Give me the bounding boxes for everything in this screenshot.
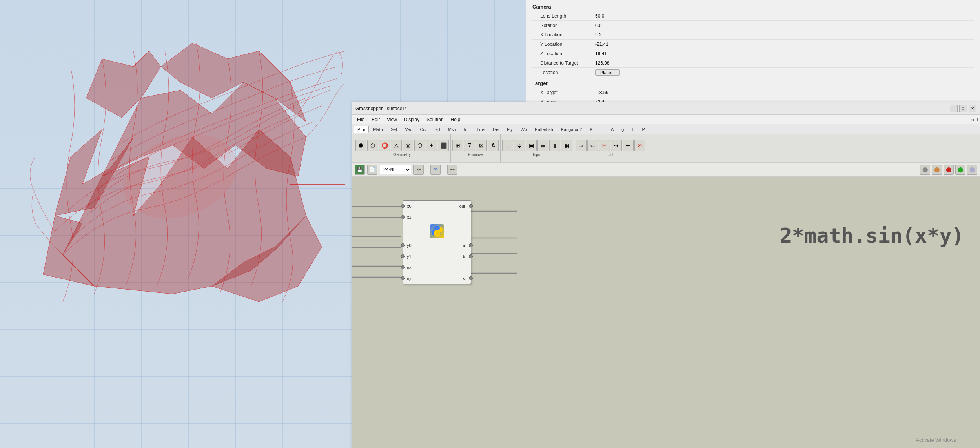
menu-view[interactable]: View <box>384 116 400 123</box>
canvas-save-icon[interactable]: 💾 <box>355 165 365 175</box>
gh-toolbar: ⬟ ⬠ ⭕ △ ◎ ⬡ ✦ ⬛ Geometry ⊞ 7 ⊠ A Primiti… <box>352 134 980 163</box>
tab-set[interactable]: Set <box>387 126 401 133</box>
tab-fly[interactable]: Fly <box>503 126 516 133</box>
port-dot-a[interactable] <box>469 243 473 247</box>
toolbar-primitive-icons-row: ⊞ 7 ⊠ A <box>452 140 499 151</box>
canvas-pencil-icon[interactable]: ✏ <box>447 165 457 175</box>
toolbar-icon-p4[interactable]: A <box>488 140 499 151</box>
toolbar-icon-7[interactable]: ✦ <box>426 140 437 151</box>
python-icon <box>430 224 444 238</box>
menu-file[interactable]: File <box>354 116 368 123</box>
menu-edit[interactable]: Edit <box>368 116 383 123</box>
toolbar-icon-i2[interactable]: ⬙ <box>514 140 525 151</box>
rotation-value: 0.0 <box>595 23 974 28</box>
toolbar-icon-u4[interactable]: ⇢ <box>611 140 622 151</box>
tab-pufferfish[interactable]: Pufferfish <box>531 126 556 133</box>
toolbar-icon-i3[interactable]: ▣ <box>526 140 537 151</box>
canvas-doc-icon[interactable]: 📄 <box>367 165 377 175</box>
toolbar-icon-p2[interactable]: 7 <box>464 140 475 151</box>
xtarget-label: X Target <box>532 90 595 95</box>
toolbar-section-util: ⇒ ⇐ ✂ ⇢ ⇠ ⊙ Util <box>574 134 647 162</box>
python-node[interactable]: x0 out x1 y0 a <box>403 200 471 284</box>
port-label-a: a <box>463 243 465 248</box>
toolbar-icon-u6[interactable]: ⊙ <box>634 140 645 151</box>
toolbar-icon-6[interactable]: ⬡ <box>414 140 425 151</box>
tab-crv[interactable]: Crv <box>417 126 430 133</box>
toolbar-icon-8[interactable]: ⬛ <box>438 140 449 151</box>
canvas-cursor-icon[interactable]: ⊹ <box>413 165 424 175</box>
tab-srf[interactable]: Srf <box>431 126 444 133</box>
toolbar-icon-u1[interactable]: ⇒ <box>576 140 587 151</box>
toolbar-icon-u2[interactable]: ⇐ <box>587 140 598 151</box>
tab-math[interactable]: Math <box>370 126 386 133</box>
menu-solution[interactable]: Solution <box>423 116 446 123</box>
xlocation-value: 9.2 <box>595 32 974 38</box>
canvas-color-icon[interactable]: ⬤ <box>932 165 942 175</box>
tab-msh[interactable]: Msh <box>444 126 460 133</box>
tab-wb[interactable]: Wb <box>517 126 531 133</box>
camera-title: Camera <box>532 4 974 10</box>
port-dot-b[interactable] <box>469 254 473 258</box>
canvas-sphere-icon[interactable]: ⬤ <box>920 165 930 175</box>
port-dot-c[interactable] <box>469 276 473 280</box>
geometry-section-label: Geometry <box>393 152 411 157</box>
tab-int[interactable]: Int <box>460 126 472 133</box>
close-button[interactable]: ✕ <box>969 105 976 112</box>
toolbar-icon-1[interactable]: ⬟ <box>355 140 366 151</box>
gh-tabbar: Prm Math Set Vec Crv Srf Msh Int Trns Di… <box>352 124 980 134</box>
canvas-eye-icon[interactable]: 👁 <box>430 165 441 175</box>
tab-vec[interactable]: Vec <box>401 126 415 133</box>
toolbar-icon-i4[interactable]: ▤ <box>537 140 548 151</box>
toolbar-icon-u5[interactable]: ⇠ <box>623 140 634 151</box>
camera-place-button[interactable]: Place... <box>595 69 620 76</box>
tab-l2[interactable]: L <box>628 126 638 133</box>
port-dot-ny[interactable] <box>401 276 405 280</box>
activate-windows-text: Activate Windows <box>916 437 956 443</box>
menu-help[interactable]: Help <box>448 116 464 123</box>
toolbar-icon-i1[interactable]: ⬚ <box>502 140 513 151</box>
gh-node-canvas[interactable]: x0 out x1 y0 a <box>352 177 980 448</box>
tab-prm[interactable]: Prm <box>354 126 369 133</box>
tab-a[interactable]: A <box>607 126 617 133</box>
toolbar-icon-i6[interactable]: ▦ <box>561 140 572 151</box>
port-dot-nx[interactable] <box>401 265 405 269</box>
surface-label: surf <box>971 117 978 122</box>
tab-g[interactable]: g <box>618 126 627 133</box>
port-dot-y0[interactable] <box>401 243 405 247</box>
grasshopper-window: Grasshopper - surface1* — □ ✕ File Edit … <box>352 102 980 448</box>
port-row-nx: nx <box>403 262 471 273</box>
menu-display[interactable]: Display <box>401 116 423 123</box>
port-label-out: out <box>459 204 465 209</box>
port-label-c: c <box>463 276 466 281</box>
tab-kangaroo2[interactable]: Kangaroo2 <box>557 126 586 133</box>
toolbar-section-geometry: ⬟ ⬠ ⭕ △ ◎ ⬡ ✦ ⬛ Geometry <box>354 134 451 162</box>
tab-dis[interactable]: Dis <box>489 126 503 133</box>
toolbar-icon-i5[interactable]: ▥ <box>549 140 560 151</box>
toolbar-icon-2[interactable]: ⬠ <box>367 140 378 151</box>
gh-window-title: Grasshopper - surface1* <box>355 106 407 111</box>
port-dot-x0[interactable] <box>401 204 405 208</box>
canvas-circle-icon[interactable]: ⬤ <box>967 165 977 175</box>
panel-row-lens-length: Lens Length 50.0 <box>532 11 974 21</box>
tab-l1[interactable]: L <box>597 126 607 133</box>
maximize-button[interactable]: □ <box>959 105 967 112</box>
port-dot-x1[interactable] <box>401 215 405 219</box>
toolbar-icon-p3[interactable]: ⊠ <box>476 140 487 151</box>
xlocation-label: X Location <box>532 32 595 38</box>
canvas-green-icon[interactable]: ⬤ <box>955 165 965 175</box>
minimize-button[interactable]: — <box>950 105 958 112</box>
tab-trns[interactable]: Trns <box>473 126 489 133</box>
toolbar-geometry-icons-row1: ⬟ ⬠ ⭕ △ ◎ ⬡ ✦ ⬛ <box>355 140 449 151</box>
toolbar-icon-4[interactable]: △ <box>391 140 402 151</box>
toolbar-icon-u3[interactable]: ✂ <box>599 140 610 151</box>
canvas-red-icon[interactable]: ⬤ <box>944 165 954 175</box>
tab-p[interactable]: P <box>639 126 648 133</box>
port-dot-y1[interactable] <box>401 254 405 258</box>
tab-k[interactable]: K <box>586 126 596 133</box>
toolbar-icon-5[interactable]: ◎ <box>403 140 413 151</box>
panel-row-distance-target: Distance to Target 126.98 <box>532 58 974 68</box>
port-dot-out[interactable] <box>469 204 473 208</box>
zoom-select[interactable]: 244% 200% 150% 100% <box>380 165 411 174</box>
toolbar-icon-3[interactable]: ⭕ <box>379 140 390 151</box>
toolbar-icon-p1[interactable]: ⊞ <box>452 140 463 151</box>
